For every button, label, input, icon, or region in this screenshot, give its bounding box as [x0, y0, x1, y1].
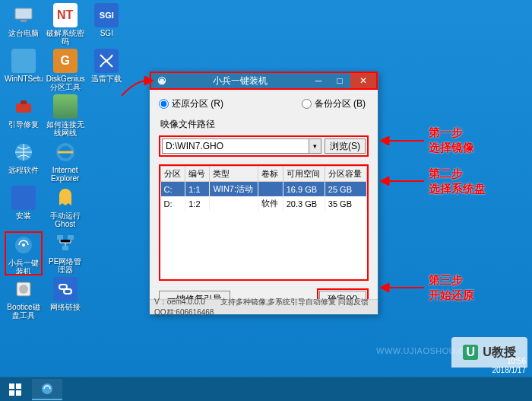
annotation-step3: 第三步 开始还原 [429, 272, 474, 303]
svg-rect-14 [64, 289, 71, 294]
annotation-step2: 第二步 选择系统盘 [429, 166, 486, 196]
restore-radio[interactable]: 还原分区 (R) [159, 97, 242, 110]
sgi-label: SGI [100, 29, 113, 37]
winntsetup-label: WinNTSetup [5, 75, 43, 83]
ie-icon [53, 140, 78, 164]
desktop-icon-wifi[interactable]: 如何连接无线网线 [46, 94, 84, 138]
desktop-icon-grid: 这台电脑WinNTSetup引导修复远程软件安装小兵一键装机Bootice磁盘工… [0, 0, 129, 350]
arrow-step2 [380, 173, 426, 189]
xiaobing-icon [11, 233, 36, 257]
svg-rect-2 [16, 103, 31, 113]
close-button[interactable]: ✕ [350, 73, 376, 88]
svg-rect-0 [15, 8, 32, 19]
path-dropdown-arrow[interactable]: ▾ [309, 138, 321, 154]
ghost-label: 手动运行Ghost [46, 212, 84, 228]
sgi-icon: SGI [94, 3, 119, 27]
col-header[interactable]: 分区容量 [325, 167, 366, 182]
svg-rect-1 [21, 20, 27, 22]
desktop-icon-xiaobing[interactable]: 小兵一键装机 [5, 231, 43, 275]
svg-rect-3 [21, 100, 27, 104]
svg-marker-19 [380, 177, 389, 186]
this-pc-label: 这台电脑 [8, 29, 39, 37]
col-header[interactable]: 分区 [161, 167, 185, 182]
table-row[interactable]: C:1:1WIN7:活动16.9 GB25 GB [161, 182, 367, 197]
desktop-icon-ie[interactable]: Internet Explorer [46, 140, 84, 184]
svg-rect-12 [62, 246, 68, 250]
table-row[interactable]: D:1:2软件20.3 GB35 GB [161, 196, 367, 211]
svg-rect-26 [16, 390, 21, 396]
install-icon [11, 186, 36, 210]
desktop-icon-boot-repair[interactable]: 引导修复 [5, 94, 43, 138]
col-header[interactable]: 卷标 [258, 167, 283, 182]
anno1-line1: 第一步 [429, 125, 474, 140]
remote-soft-icon [11, 140, 36, 164]
thunder-icon [94, 49, 119, 73]
thunder-label: 迅雷下载 [91, 75, 122, 83]
backup-radio-label: 备份分区 (B) [315, 97, 366, 110]
image-path-row: ▾ 浏览(S) [159, 135, 369, 157]
svg-marker-22 [144, 76, 154, 85]
install-label: 安装 [16, 212, 31, 220]
desktop-icon-net-link[interactable]: 网络链接 [46, 277, 84, 321]
brand-watermark-text: U教授 [483, 345, 516, 361]
partition-table[interactable]: 分区编号类型卷标可用空间分区容量 C:1:1WIN7:活动16.9 GB25 G… [160, 166, 367, 211]
anno3-line2: 开始还原 [429, 288, 474, 303]
maximize-button[interactable]: □ [329, 73, 350, 88]
taskbar-app-xiaobing[interactable] [32, 379, 62, 400]
window-body: 还原分区 (R) 备份分区 (B) 映像文件路径 ▾ 浏览(S) 分区编号类型卷… [150, 90, 378, 316]
taskbar [0, 377, 532, 401]
app-icon [156, 75, 168, 87]
browse-button[interactable]: 浏览(S) [325, 138, 366, 154]
brand-watermark: U U教授 [451, 337, 527, 368]
arrow-step3 [380, 280, 426, 295]
svg-point-6 [22, 243, 25, 247]
desktop-icon-this-pc[interactable]: 这台电脑 [5, 3, 43, 47]
cell-free: 16.9 GB [283, 182, 325, 197]
partition-table-wrap: 分区编号类型卷标可用空间分区容量 C:1:1WIN7:活动16.9 GB25 G… [159, 164, 369, 281]
anno2-line1: 第二步 [429, 166, 486, 181]
diskgenius-label: DiskGenius分区工具 [46, 75, 84, 91]
svg-rect-24 [16, 383, 21, 389]
col-header[interactable]: 可用空间 [283, 167, 325, 182]
svg-marker-21 [380, 283, 389, 292]
desktop-icon-winntsetup[interactable]: WinNTSetup [5, 49, 43, 93]
net-link-label: 网络链接 [50, 303, 81, 311]
image-path-input[interactable] [162, 138, 309, 154]
svg-rect-11 [68, 235, 74, 240]
desktop-icon-bootice[interactable]: Bootice磁盘工具 [5, 277, 43, 321]
cell-num: 1:1 [185, 182, 210, 197]
wifi-label: 如何连接无线网线 [46, 120, 84, 137]
svg-rect-10 [57, 235, 63, 240]
cell-type [210, 196, 258, 211]
desktop-icon-diskgenius[interactable]: GDiskGenius分区工具 [46, 49, 84, 93]
cell-num: 1:2 [185, 196, 210, 211]
pe-network-icon [53, 231, 78, 256]
col-header[interactable]: 类型 [210, 167, 258, 182]
desktop-icon-pe-network[interactable]: PE网络管理器 [46, 231, 84, 275]
start-button[interactable] [0, 377, 30, 401]
desktop-icon-remote-soft[interactable]: 远程软件 [5, 140, 43, 184]
ie-label: Internet Explorer [46, 166, 84, 183]
mode-radio-row: 还原分区 (R) 备份分区 (B) [159, 97, 369, 110]
this-pc-icon [11, 3, 36, 27]
system-tray[interactable] [523, 377, 532, 401]
minimize-button[interactable]: ─ [308, 73, 329, 88]
svg-marker-17 [380, 136, 389, 145]
restore-radio-input[interactable] [159, 99, 169, 109]
desktop-icon-ghost[interactable]: 手动运行Ghost [46, 186, 84, 230]
col-header[interactable]: 编号 [185, 167, 210, 182]
desktop-icon-install[interactable]: 安装 [5, 186, 43, 230]
backup-radio-input[interactable] [302, 99, 312, 109]
desktop-icon-sgi[interactable]: SGISGI [87, 3, 125, 47]
bootice-label: Bootice磁盘工具 [5, 303, 43, 320]
ghost-icon [53, 186, 78, 210]
window-title: 小兵一键装机 [173, 75, 308, 88]
titlebar[interactable]: 小兵一键装机 ─ □ ✕ [150, 72, 378, 90]
desktop-icon-crack-pwd[interactable]: NT破解系统密码 [46, 3, 84, 47]
bootice-icon [11, 277, 36, 301]
svg-point-8 [19, 285, 28, 294]
anno3-line1: 第三步 [429, 272, 474, 288]
crack-pwd-icon: NT [53, 3, 78, 27]
backup-radio[interactable]: 备份分区 (B) [302, 97, 369, 110]
annotation-step1: 第一步 选择镜像 [429, 125, 474, 155]
